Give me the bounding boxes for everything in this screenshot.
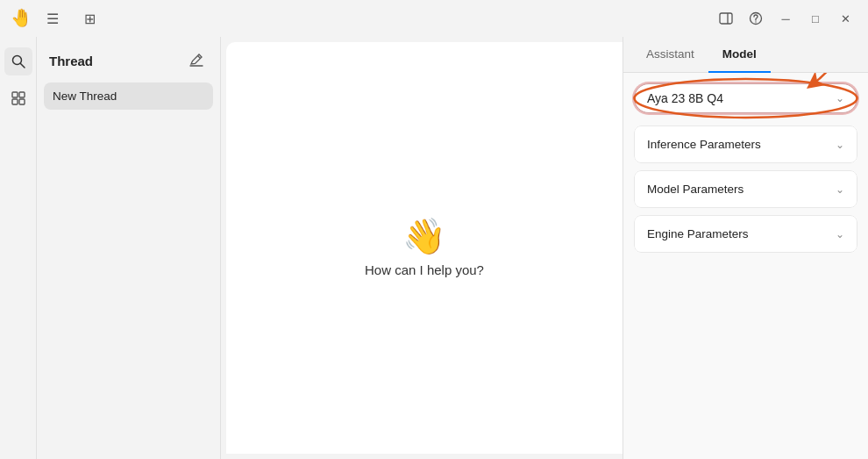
thread-sidebar: Thread New Thread: [37, 37, 221, 459]
accordion-inference-label: Inference Parameters: [647, 138, 761, 151]
minimize-icon: ─: [781, 12, 789, 25]
accordion-model-label: Model Parameters: [647, 183, 743, 196]
maximize-icon: □: [812, 12, 819, 25]
accordion-inference: Inference Parameters ⌄: [634, 126, 857, 163]
thread-item[interactable]: New Thread: [44, 82, 213, 110]
svg-line-5: [20, 64, 25, 68]
model-select-chevron: ⌄: [836, 92, 844, 104]
help-button[interactable]: [743, 6, 768, 31]
main-layout: Thread New Thread 👋 How can I help you? …: [0, 37, 868, 459]
grid-sidebar-button[interactable]: [4, 84, 32, 112]
sidebar-icon: ⊞: [84, 11, 96, 27]
edit-icon: [189, 54, 203, 68]
thread-sidebar-title: Thread: [49, 54, 93, 68]
new-chat-button[interactable]: [185, 49, 208, 72]
accordion-inference-header[interactable]: Inference Parameters ⌄: [634, 126, 857, 163]
wave-emoji: 👋: [402, 219, 446, 254]
accordion-inference-chevron: ⌄: [836, 139, 844, 151]
tab-assistant[interactable]: Assistant: [632, 37, 708, 73]
accordion-engine-chevron: ⌄: [836, 228, 844, 240]
main-content: 👋 How can I help you?: [226, 42, 623, 454]
accordion-engine-label: Engine Parameters: [647, 227, 749, 240]
search-sidebar-button[interactable]: [4, 47, 32, 75]
grid-icon: [11, 90, 26, 106]
tab-model[interactable]: Model: [708, 37, 771, 73]
search-icon: [11, 54, 26, 69]
accordion-engine: Engine Parameters ⌄: [634, 215, 857, 253]
accordion-engine-header[interactable]: Engine Parameters ⌄: [634, 215, 857, 253]
svg-rect-0: [720, 13, 732, 24]
svg-rect-6: [12, 92, 18, 97]
welcome-area: 👋 How can I help you?: [365, 219, 484, 277]
accordion-model-chevron: ⌄: [836, 183, 844, 196]
panel-tabs: Assistant Model: [623, 37, 868, 73]
model-selector-container: Aya 23 8B Q4 ⌄: [634, 83, 857, 113]
title-bar-left: 🤚 ☰ ⊞: [11, 4, 103, 32]
panel-icon: [719, 11, 733, 25]
right-panel: Assistant Model Aya 23 8B Q4 ⌄: [623, 37, 868, 459]
title-bar-right: ─ □ ✕: [714, 6, 857, 31]
model-selector[interactable]: Aya 23 8B Q4 ⌄: [634, 83, 857, 113]
close-button[interactable]: ✕: [833, 6, 857, 31]
menu-button[interactable]: ☰: [39, 4, 67, 32]
app-logo: 🤚: [11, 9, 30, 28]
svg-rect-9: [19, 99, 25, 104]
accordion-model-header[interactable]: Model Parameters ⌄: [634, 170, 857, 208]
maximize-button[interactable]: □: [803, 6, 828, 31]
icon-sidebar: [0, 37, 37, 459]
help-icon: [749, 11, 763, 25]
welcome-message: How can I help you?: [365, 262, 484, 277]
svg-rect-8: [12, 99, 18, 104]
svg-rect-7: [19, 92, 25, 97]
menu-icon: ☰: [46, 11, 59, 27]
model-select-label: Aya 23 8B Q4: [647, 91, 723, 105]
svg-point-3: [755, 21, 756, 22]
accordion-model: Model Parameters ⌄: [634, 170, 857, 208]
sidebar-toggle-button[interactable]: ⊞: [75, 4, 103, 32]
panel-content: Aya 23 8B Q4 ⌄: [623, 73, 868, 459]
title-bar: 🤚 ☰ ⊞ ─ □ ✕: [0, 0, 868, 37]
minimize-button[interactable]: ─: [773, 6, 798, 31]
thread-sidebar-header: Thread: [44, 46, 213, 75]
panel-button[interactable]: [714, 6, 738, 31]
close-icon: ✕: [841, 12, 850, 25]
